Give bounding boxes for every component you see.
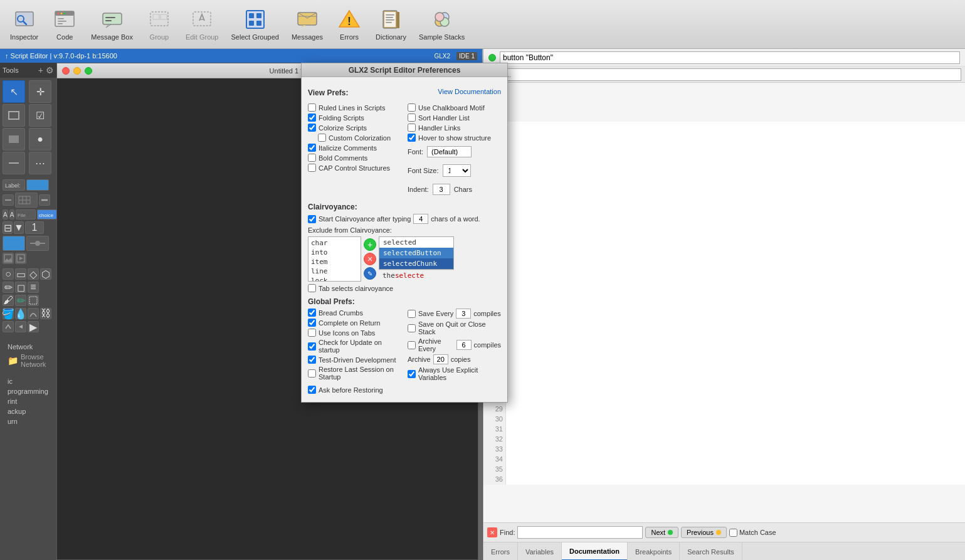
tools-add-btn[interactable]: + — [38, 65, 43, 75]
colorize-scripts-label[interactable]: Colorize Scripts — [319, 124, 367, 132]
previous-button[interactable]: Previous — [681, 527, 727, 538]
clairo-item-into[interactable]: into — [310, 248, 359, 257]
file-item-programming[interactable]: programming — [5, 386, 51, 396]
save-every-input[interactable] — [456, 309, 471, 319]
tool-green-pen[interactable]: ✏ — [15, 295, 26, 306]
hover-structure-label[interactable]: Hover to show structure — [418, 134, 491, 142]
tool-small2[interactable] — [39, 194, 50, 206]
font-dropdown[interactable]: (Default) — [427, 146, 472, 157]
folding-scripts-checkbox[interactable] — [308, 114, 316, 122]
folding-scripts-label[interactable]: Folding Scripts — [319, 114, 364, 122]
chalkboard-label[interactable]: Use Chalkboard Motif — [418, 104, 485, 112]
tool-rounded-rect[interactable]: ▭ — [15, 268, 26, 280]
check-update-checkbox[interactable] — [308, 342, 316, 351]
toolbar-select-grouped[interactable]: Select Grouped — [226, 6, 284, 43]
tool-curve[interactable] — [28, 308, 39, 319]
archive-every-input[interactable] — [456, 340, 472, 350]
tool-input[interactable] — [26, 179, 49, 191]
tool-text[interactable]: A — [3, 209, 8, 219]
tool-rect[interactable] — [3, 104, 25, 127]
autocomplete-selectedbutton[interactable]: selectedButton — [379, 248, 453, 258]
tool-stepper[interactable]: ▼ — [14, 221, 24, 234]
toolbar-inspector[interactable]: Inspector — [5, 6, 43, 43]
font-size-dropdown[interactable]: 14 — [443, 164, 471, 177]
hover-structure-checkbox[interactable] — [408, 134, 416, 142]
find-close-btn[interactable]: ✕ — [487, 527, 497, 537]
restore-session-label[interactable]: Restore Last Session on Startup — [319, 366, 401, 381]
sort-handler-label[interactable]: Sort Handler List — [418, 114, 470, 122]
tab-errors[interactable]: Errors — [483, 542, 518, 560]
archive-every-checkbox[interactable] — [408, 341, 416, 349]
browse-network-item[interactable]: 📁 Browse Network — [5, 352, 51, 369]
tool-play[interactable] — [15, 253, 26, 264]
clairo-add-btn[interactable]: + — [364, 238, 376, 251]
save-every-label[interactable]: Save Every — [418, 310, 453, 317]
tab-search-results[interactable]: Search Results — [680, 542, 742, 560]
toolbar-edit-group[interactable]: Edit Group — [181, 6, 224, 43]
test-driven-checkbox[interactable] — [308, 356, 316, 364]
tool-pic[interactable] — [3, 253, 14, 264]
toolbar-dictionary[interactable]: Dictionary — [371, 6, 411, 43]
minimize-btn[interactable] — [73, 67, 81, 75]
archive-copies-input[interactable] — [433, 354, 448, 364]
tool-label[interactable]: Label: — [3, 179, 25, 191]
clairo-item-char[interactable]: char — [310, 238, 359, 248]
toolbar-group[interactable]: Group — [140, 6, 178, 43]
tool-bucket[interactable]: 🪣 — [3, 308, 14, 319]
save-quit-label[interactable]: Save on Quit or Close Stack — [418, 320, 501, 335]
tool-blue-rect[interactable] — [3, 236, 25, 251]
ruled-lines-label[interactable]: Ruled Lines in Scripts — [319, 104, 385, 112]
tool-chain[interactable]: ⛓ — [40, 308, 51, 319]
tab-selects-checkbox[interactable] — [308, 284, 316, 292]
clairo-item-line[interactable]: line — [310, 267, 359, 276]
next-button[interactable]: Next — [645, 527, 678, 538]
always-explicit-checkbox[interactable] — [408, 370, 416, 378]
find-input[interactable] — [517, 526, 643, 539]
bold-comments-label[interactable]: Bold Comments — [319, 154, 367, 162]
tool-arrow-right[interactable]: ▶ — [28, 321, 39, 332]
tool-eraser[interactable]: ◻ — [15, 282, 26, 293]
clairo-edit-btn[interactable]: ✎ — [364, 267, 376, 280]
use-icons-tabs-checkbox[interactable] — [308, 329, 316, 337]
tool-choice[interactable]: choice — [37, 209, 57, 219]
code-area[interactable] — [506, 122, 965, 485]
toolbar-code[interactable]: Code — [46, 6, 83, 43]
cap-control-checkbox[interactable] — [308, 164, 316, 172]
match-case-label[interactable]: Match Case — [729, 529, 776, 537]
tool-crosshair[interactable]: ✛ — [29, 80, 51, 103]
complete-return-label[interactable]: Complete on Return — [319, 319, 380, 327]
tab-breakpoints[interactable]: Breakpoints — [628, 542, 680, 560]
tool-filled-rect[interactable] — [3, 128, 25, 151]
clairo-item-lock[interactable]: lock — [310, 276, 359, 282]
maximize-btn[interactable] — [85, 67, 92, 75]
tool-oval[interactable]: ○ — [3, 268, 14, 280]
tool-diamond[interactable]: ◇ — [28, 268, 39, 280]
bread-crumbs-checkbox[interactable] — [308, 309, 316, 317]
restore-session-checkbox[interactable] — [308, 369, 316, 378]
file-item-ic[interactable]: ic — [5, 376, 51, 386]
tool-line-h[interactable] — [3, 152, 25, 174]
always-explicit-label[interactable]: Always Use Explicit Variables — [418, 366, 501, 381]
view-documentation-link[interactable]: View Documentation — [438, 88, 501, 95]
tool-grid[interactable] — [15, 193, 38, 208]
tool-circle[interactable]: ● — [29, 128, 51, 151]
complete-return-checkbox[interactable] — [308, 319, 316, 327]
tab-documentation[interactable]: Documentation — [562, 542, 628, 560]
match-case-checkbox[interactable] — [729, 529, 737, 537]
tool-dropper[interactable]: 💧 — [15, 308, 26, 319]
tool-num[interactable]: 1 — [25, 221, 44, 234]
tool-list[interactable]: ≡ — [28, 282, 39, 293]
tool-polygon[interactable]: ⬡ — [40, 268, 51, 280]
use-icons-tabs-label[interactable]: Use Icons on Tabs — [319, 329, 375, 337]
cap-control-label[interactable]: CAP Control Structures — [319, 164, 390, 172]
test-driven-label[interactable]: Test-Driven Development — [319, 356, 396, 364]
tool-check[interactable]: ☑ — [29, 104, 51, 127]
tool-select2[interactable] — [28, 295, 39, 306]
toolbar-sample-stacks[interactable]: Sample Stacks — [414, 6, 470, 43]
tool-file[interactable]: File — [16, 209, 36, 219]
tool-pencil[interactable]: ✏ — [3, 282, 14, 293]
tab-variables[interactable]: Variables — [518, 542, 562, 560]
sort-handler-checkbox[interactable] — [408, 114, 416, 122]
custom-colorization-checkbox[interactable] — [318, 134, 326, 142]
tool-paint[interactable]: 🖌 — [3, 295, 14, 306]
